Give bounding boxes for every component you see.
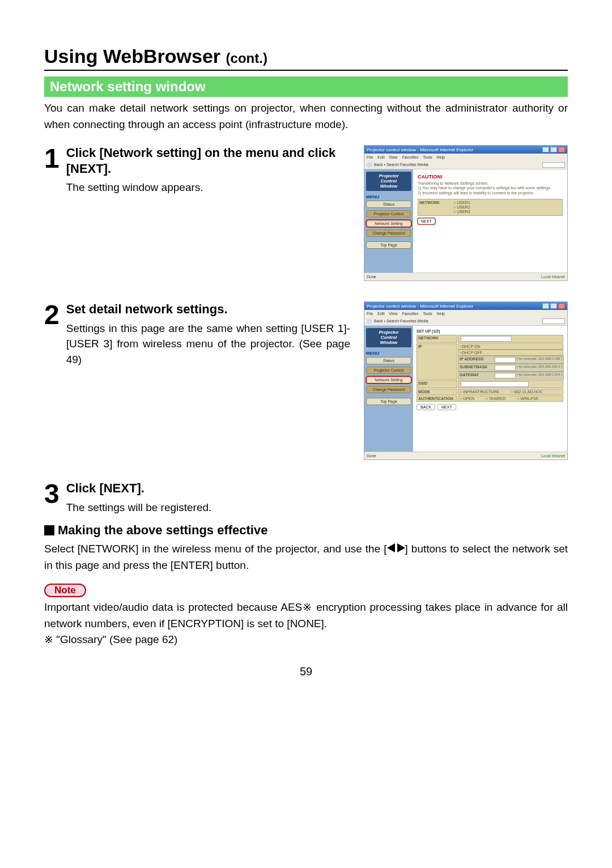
ss2-btn-status: Status: [366, 357, 411, 364]
ss1-btn-projector-control: Projector Control: [366, 210, 411, 218]
arrow-right-icon: [397, 543, 405, 552]
ss1-toolbar: Back • Search Favorites Media: [364, 160, 567, 169]
ss2-setup-title: SET UP (1/2): [416, 329, 564, 333]
ss1-banner: Projector Control Window: [366, 172, 411, 191]
step-3-heading: Click [NEXT].: [66, 480, 568, 496]
page-title: Using WebBrowser (cont.): [44, 45, 568, 67]
step-3-number: 3: [44, 480, 60, 508]
ss1-menu-label: MENU: [366, 194, 411, 199]
ss2-next-button: NEXT: [437, 404, 456, 410]
step-1: 1 Click [Network setting] on the menu an…: [44, 145, 568, 281]
ss2-btn-projector-control: Projector Control: [366, 367, 411, 374]
page-number: 59: [44, 665, 568, 678]
ss1-status-done: Done: [367, 275, 376, 279]
ss2-main: SET UP (1/2) NETWORK IP ○ DHCP ON ○ DHCP…: [413, 326, 567, 452]
ss1-window-buttons: [541, 147, 565, 152]
step-2-body: Settings in this page are the same when …: [66, 321, 350, 368]
back-icon: [367, 318, 372, 324]
maximize-icon: [550, 147, 557, 152]
close-icon: [558, 147, 565, 152]
step-3-body: The settings will be registered.: [66, 500, 568, 516]
step-1-heading: Click [Network setting] on the menu and …: [66, 145, 350, 176]
ss1-sidebar: Projector Control Window MENU Status Pro…: [364, 169, 413, 273]
step-1-body: The setting window appears.: [66, 180, 350, 195]
step-2-number: 2: [44, 301, 60, 329]
ss2-menubar: FileEditViewFavoritesToolsHelp: [364, 310, 567, 317]
ss2-banner: Projector Control Window: [366, 328, 411, 347]
step-3: 3 Click [NEXT]. The settings will be reg…: [44, 480, 568, 515]
ss1-btn-network-setting: Network Setting: [366, 220, 411, 227]
minimize-icon: [542, 147, 549, 152]
maximize-icon: [550, 303, 557, 309]
ss1-window-title: Projector control window - Microsoft Int…: [367, 147, 473, 152]
ss2-window-title: Projector control window - Microsoft Int…: [367, 304, 473, 309]
ss1-btn-top-page: Top Page: [366, 241, 411, 249]
subheading: Making the above settings effective: [44, 523, 568, 538]
square-bullet-icon: [44, 525, 54, 535]
ss1-warning: Transferring to Network Settings screen.…: [418, 181, 563, 195]
ss1-menubar: FileEditViewFavoritesToolsHelp: [364, 154, 567, 160]
minimize-icon: [542, 303, 549, 309]
title-suffix: cont.: [231, 50, 263, 66]
note-chip: Note: [44, 584, 86, 597]
intro-text: You can make detail network settings on …: [44, 100, 568, 133]
note-body: Important video/audio data is protected …: [44, 599, 568, 632]
address-field: [542, 162, 565, 168]
screenshot-1: Projector control window - Microsoft Int…: [364, 145, 568, 281]
title-rule: [44, 70, 568, 71]
close-icon: [558, 303, 565, 309]
arrow-left-icon: [387, 543, 395, 552]
ss2-toolbar: Back • Search Favorites Media: [364, 317, 567, 326]
ss2-btn-change-password: Change Password: [366, 386, 411, 393]
screenshot-2: Projector control window - Microsoft Int…: [364, 301, 568, 460]
title-main: Using WebBrowser: [44, 45, 220, 67]
ss1-network-row: NETWORK ○ USER1 ○ USER2 ○ USER3: [418, 199, 563, 216]
ss1-btn-status: Status: [366, 201, 411, 208]
subheading-text: Making the above settings effective: [58, 523, 267, 538]
back-icon: [367, 162, 372, 168]
step-2: 2 Set detail network settings. Settings …: [44, 301, 568, 460]
ss2-window-buttons: [541, 303, 565, 309]
step-2-heading: Set detail network settings.: [66, 301, 350, 317]
ss2-status-zone: Local intranet: [541, 454, 565, 458]
ss1-next-button: NEXT: [418, 218, 435, 224]
ss2-sidebar: Projector Control Window MENU Status Pro…: [364, 326, 413, 452]
address-field: [542, 318, 565, 324]
glossary-ref: ※ "Glossary" (See page 62): [44, 632, 568, 648]
ss2-menu-label: MENU: [366, 351, 411, 356]
ss2-btn-network-setting: Network Setting: [366, 376, 411, 384]
ss1-main: CAUTION! Transferring to Network Setting…: [413, 169, 567, 273]
ss2-back-button: BACK: [416, 404, 435, 410]
ss1-btn-change-password: Change Password: [366, 229, 411, 237]
subheading-body: Select [NETWORK] in the wireless menu of…: [44, 541, 568, 573]
ss2-btn-top-page: Top Page: [366, 398, 411, 405]
ss1-status-zone: Local intranet: [541, 275, 565, 279]
ss2-status-done: Done: [367, 454, 376, 458]
ss1-caution: CAUTION!: [418, 174, 563, 180]
section-header: Network setting window: [44, 76, 568, 97]
step-1-number: 1: [44, 145, 60, 172]
